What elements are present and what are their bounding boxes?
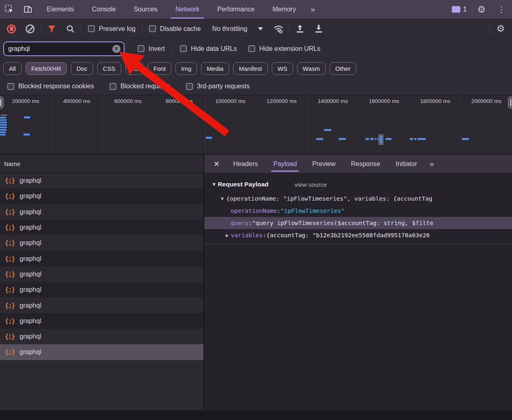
payload-summary-row[interactable]: ▼ {operationName: "ipFlowTimeseries", va… [204,192,512,205]
request-row[interactable]: {;} graphql [0,220,203,235]
waterfall-bar [0,122,7,123]
waterfall-bar [24,116,30,118]
filter-icon[interactable] [44,22,60,36]
type-filter-chip-other[interactable]: Other [330,62,357,75]
fetch-json-icon: {;} [5,255,15,262]
blocked-requests-checkbox[interactable]: Blocked requests [105,83,175,90]
divider [81,24,81,33]
hide-data-urls-checkbox[interactable]: Hide data URLs [176,45,241,52]
issues-count: 1 [463,6,467,13]
blocked-response-cookies-checkbox[interactable]: Blocked response cookies [3,83,98,90]
main-panel-tab-network[interactable]: Network [166,0,208,19]
request-row[interactable]: {;} graphql [0,282,203,298]
more-tabs-icon[interactable]: » [305,0,320,19]
hide-extension-urls-checkbox[interactable]: Hide extension URLs [244,45,324,52]
timeline-gridline [409,95,410,154]
request-row[interactable]: {;} graphql [0,204,203,220]
type-filter-chip-all[interactable]: All [3,62,22,75]
type-filter-chip-doc[interactable]: Doc [71,62,93,75]
record-button[interactable] [3,22,20,36]
throttling-dropdown[interactable]: No throttling [207,25,267,33]
import-har-icon[interactable] [292,22,308,36]
type-filter-chip-ws[interactable]: WS [272,62,293,75]
timeline-gridline [359,95,359,154]
request-payload-section[interactable]: ▼ Request Payload view source [204,176,512,192]
main-panel-tab-performance[interactable]: Performance [208,0,264,19]
filter-input-box[interactable]: ✕ [3,42,125,56]
payload-key: variables [231,232,263,238]
filter-row: ✕ Invert Hide data URLs Hide extension U… [0,39,512,59]
request-name: graphql [20,255,41,262]
network-overview-timeline[interactable]: 200000 ms400000 ms600000 ms800000 ms1000… [0,95,512,155]
request-row[interactable]: {;} graphql [0,344,203,360]
request-row[interactable]: {;} graphql [0,298,203,313]
customize-menu-icon[interactable]: ⋮ [491,0,512,19]
detail-tab-headers[interactable]: Headers [226,155,265,173]
payload-value: "query ipFlowTimeseries($accountTag: str… [252,220,433,226]
requests-list: {;} graphql {;} graphql {;} graphql {;} … [0,173,203,360]
request-row[interactable]: {;} graphql [0,267,203,282]
device-toolbar-icon[interactable] [19,0,37,19]
network-conditions-icon[interactable] [270,22,287,36]
view-source-link[interactable]: view source [295,181,327,188]
name-column-header[interactable]: Name [0,155,203,173]
request-type-chips: AllFetch/XHRDocCSSJSFontImgMediaManifest… [0,59,512,78]
export-har-icon[interactable] [311,22,327,36]
detail-tab-response[interactable]: Response [344,155,387,173]
waterfall-bar [339,138,346,140]
fetch-json-icon: {;} [5,239,15,247]
bottom-edge [0,410,512,420]
third-party-requests-checkbox[interactable]: 3rd-party requests [182,83,254,90]
timeline-gridline [307,95,308,154]
checkbox [109,83,116,90]
request-row[interactable]: {;} graphql [0,173,203,188]
detail-tab-bar: ✕ HeadersPayloadPreviewResponseInitiator… [204,155,512,173]
request-row[interactable]: {;} graphql [0,188,203,204]
settings-gear-icon[interactable]: ⚙ [472,0,491,19]
devtools-tab-bar: ElementsConsoleSourcesNetworkPerformance… [0,0,512,19]
waterfall-bar [1,114,7,116]
timeline-tick-label: 800000 ms [153,98,205,104]
request-row[interactable]: {;} graphql [0,235,203,251]
payload-kv-row[interactable]: operationName : "ipFlowTimeseries" [204,205,512,217]
timeline-gridline [153,95,154,154]
type-filter-chip-fetchxhr[interactable]: Fetch/XHR [26,62,67,75]
type-filter-chip-css[interactable]: CSS [97,62,121,75]
request-row[interactable]: {;} graphql [0,251,203,266]
main-panel-tab-console[interactable]: Console [83,0,125,19]
fetch-json-icon: {;} [5,348,15,356]
main-panel-tab-sources[interactable]: Sources [125,0,166,19]
detail-tab-preview[interactable]: Preview [305,155,342,173]
waterfall-bar [0,129,7,131]
clear-filter-icon[interactable]: ✕ [112,45,120,53]
type-filter-chip-media[interactable]: Media [201,62,229,75]
type-filter-chip-wasm[interactable]: Wasm [297,62,326,75]
more-detail-tabs-icon[interactable]: » [426,160,438,168]
detail-tab-initiator[interactable]: Initiator [389,155,424,173]
request-name: graphql [20,333,41,340]
payload-kv-row[interactable]: ▶ variables : {accountTag: "b12e3b2192ee… [204,229,512,241]
type-filter-chip-img[interactable]: Img [175,62,197,75]
type-filter-chip-js[interactable]: JS [125,62,144,75]
main-panel-tab-memory[interactable]: Memory [263,0,305,19]
request-detail-panel: ✕ HeadersPayloadPreviewResponseInitiator… [204,155,512,410]
disable-cache-checkbox[interactable]: Disable cache [145,25,205,33]
network-settings-gear-icon[interactable]: ⚙ [492,22,509,36]
request-row[interactable]: {;} graphql [0,329,203,344]
search-icon[interactable] [62,22,79,36]
payload-kv-row[interactable]: query : "query ipFlowTimeseries($account… [204,217,512,229]
filter-input[interactable] [8,45,112,52]
close-icon[interactable]: ✕ [208,156,225,172]
divider [490,24,490,33]
invert-checkbox[interactable]: Invert [133,45,169,52]
payload-value: {accountTag: "b12e3b2192ee5588fdad995178… [266,232,430,238]
inspect-element-icon[interactable] [0,0,19,19]
issues-badge[interactable]: 1 [447,0,472,19]
detail-tab-payload[interactable]: Payload [266,155,304,173]
type-filter-chip-font[interactable]: Font [148,62,171,75]
main-panel-tab-elements[interactable]: Elements [38,0,83,19]
clear-network-log-icon[interactable] [22,22,38,36]
type-filter-chip-manifest[interactable]: Manifest [233,62,268,75]
preserve-log-checkbox[interactable]: Preserve log [84,25,140,33]
request-row[interactable]: {;} graphql [0,313,203,329]
